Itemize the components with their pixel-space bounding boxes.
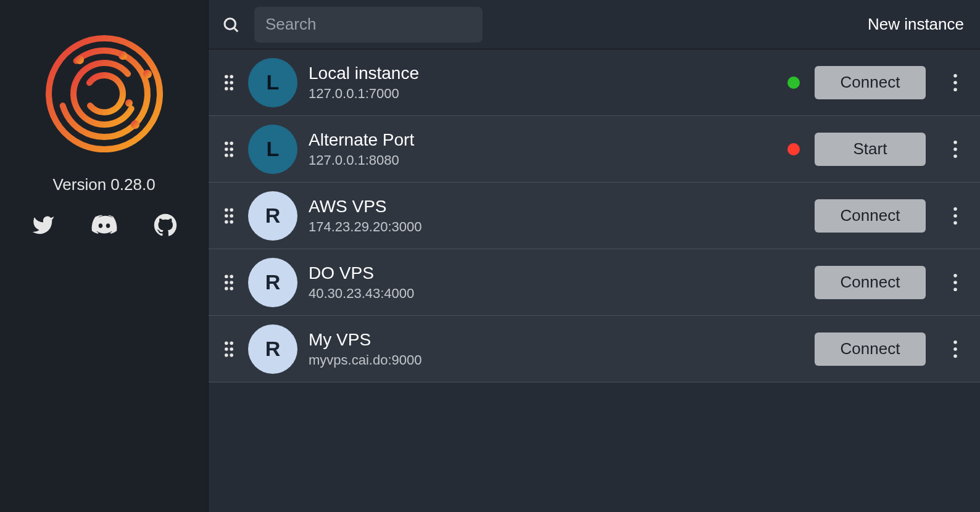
svg-point-21 bbox=[230, 154, 233, 157]
instance-avatar: R bbox=[248, 324, 297, 374]
svg-point-41 bbox=[953, 281, 957, 284]
instance-text: DO VPS40.30.23.43:4000 bbox=[309, 263, 804, 302]
drag-handle-icon[interactable] bbox=[221, 339, 237, 359]
connect-button[interactable]: Connect bbox=[815, 66, 926, 99]
svg-point-29 bbox=[225, 220, 228, 224]
instance-avatar: R bbox=[248, 191, 297, 241]
instance-name: DO VPS bbox=[309, 263, 804, 283]
svg-point-25 bbox=[225, 208, 228, 212]
row-menu-button[interactable] bbox=[943, 70, 968, 95]
search-input[interactable] bbox=[254, 7, 483, 43]
svg-point-34 bbox=[225, 275, 228, 278]
twitter-icon bbox=[31, 213, 55, 237]
topbar: New instance bbox=[209, 0, 980, 49]
svg-point-17 bbox=[230, 141, 233, 145]
instance-name: AWS VPS bbox=[309, 197, 804, 217]
svg-point-5 bbox=[225, 19, 236, 30]
status-dot-icon bbox=[787, 143, 800, 155]
github-link[interactable] bbox=[154, 213, 177, 239]
connect-button[interactable]: Connect bbox=[815, 266, 926, 299]
svg-point-0 bbox=[143, 70, 152, 78]
svg-point-30 bbox=[230, 220, 233, 224]
svg-point-16 bbox=[225, 141, 228, 145]
instance-row[interactable]: RDO VPS40.30.23.43:4000Connect bbox=[209, 249, 980, 316]
svg-point-44 bbox=[230, 341, 233, 345]
svg-point-51 bbox=[953, 354, 957, 358]
instance-row[interactable]: LLocal instance127.0.0.1:7000Connect bbox=[209, 49, 980, 116]
svg-point-35 bbox=[230, 275, 233, 278]
svg-point-42 bbox=[953, 287, 957, 291]
svg-point-12 bbox=[230, 87, 233, 91]
new-instance-button[interactable]: New instance bbox=[868, 15, 964, 34]
svg-point-27 bbox=[225, 214, 228, 218]
svg-point-31 bbox=[953, 207, 957, 211]
version-label: Version 0.28.0 bbox=[52, 175, 155, 194]
svg-point-18 bbox=[225, 147, 228, 151]
drag-handle-icon[interactable] bbox=[221, 139, 237, 159]
instance-text: Local instance127.0.0.1:7000 bbox=[309, 64, 776, 102]
discord-link[interactable] bbox=[91, 212, 118, 241]
svg-point-7 bbox=[225, 75, 228, 78]
main-panel: New instance LLocal instance127.0.0.1:70… bbox=[209, 0, 980, 512]
instance-row[interactable]: RMy VPSmyvps.cai.do:9000Connect bbox=[209, 316, 980, 382]
svg-point-40 bbox=[953, 274, 957, 278]
svg-point-46 bbox=[230, 347, 233, 351]
svg-point-3 bbox=[118, 51, 127, 60]
search-icon bbox=[222, 15, 240, 34]
svg-point-48 bbox=[230, 353, 233, 357]
svg-point-43 bbox=[225, 341, 228, 345]
instance-name: My VPS bbox=[309, 330, 804, 350]
svg-point-38 bbox=[225, 287, 228, 291]
instance-name: Local instance bbox=[309, 64, 776, 83]
svg-point-26 bbox=[230, 208, 233, 212]
svg-point-8 bbox=[230, 75, 233, 78]
row-menu-button[interactable] bbox=[943, 270, 968, 295]
discord-icon bbox=[91, 212, 118, 239]
svg-point-15 bbox=[953, 88, 957, 91]
instance-list: LLocal instance127.0.0.1:7000ConnectLAlt… bbox=[209, 49, 980, 382]
connect-button[interactable]: Connect bbox=[815, 199, 926, 233]
svg-point-49 bbox=[953, 341, 957, 344]
app-logo bbox=[43, 32, 166, 158]
more-vertical-icon bbox=[953, 341, 958, 358]
start-button[interactable]: Start bbox=[815, 133, 926, 166]
social-row bbox=[31, 212, 177, 241]
row-menu-button[interactable] bbox=[943, 137, 968, 162]
svg-point-9 bbox=[225, 81, 228, 85]
search-button[interactable] bbox=[218, 12, 243, 37]
svg-point-11 bbox=[225, 87, 228, 91]
row-menu-button[interactable] bbox=[943, 204, 968, 228]
svg-point-13 bbox=[953, 74, 957, 78]
instance-address: 174.23.29.20:3000 bbox=[309, 219, 804, 235]
drag-handle-icon[interactable] bbox=[221, 206, 237, 226]
more-vertical-icon bbox=[953, 274, 958, 291]
svg-point-24 bbox=[953, 154, 957, 158]
instance-avatar: R bbox=[248, 258, 297, 307]
instance-address: myvps.cai.do:9000 bbox=[309, 352, 804, 368]
svg-point-20 bbox=[225, 154, 228, 157]
svg-point-14 bbox=[953, 81, 957, 85]
instance-row[interactable]: RAWS VPS174.23.29.20:3000Connect bbox=[209, 183, 980, 249]
svg-point-4 bbox=[125, 99, 133, 107]
svg-point-23 bbox=[953, 147, 957, 151]
twitter-link[interactable] bbox=[31, 213, 55, 239]
github-icon bbox=[154, 213, 177, 237]
drag-handle-icon[interactable] bbox=[221, 73, 237, 93]
instance-address: 127.0.0.1:7000 bbox=[309, 86, 776, 102]
instance-text: Alternate Port127.0.0.1:8080 bbox=[309, 130, 776, 168]
svg-point-28 bbox=[230, 214, 233, 218]
row-menu-button[interactable] bbox=[943, 337, 968, 361]
instance-avatar: L bbox=[248, 125, 297, 174]
svg-point-47 bbox=[225, 353, 228, 357]
more-vertical-icon bbox=[953, 207, 958, 225]
instance-row[interactable]: LAlternate Port127.0.0.1:8080Start bbox=[209, 116, 980, 183]
instance-text: My VPSmyvps.cai.do:9000 bbox=[309, 330, 804, 368]
instance-text: AWS VPS174.23.29.20:3000 bbox=[309, 197, 804, 235]
drag-handle-icon[interactable] bbox=[221, 273, 237, 292]
svg-point-39 bbox=[230, 287, 233, 291]
svg-point-1 bbox=[131, 120, 139, 129]
instance-address: 40.30.23.43:4000 bbox=[309, 286, 804, 302]
instance-address: 127.0.0.1:8080 bbox=[309, 152, 776, 168]
connect-button[interactable]: Connect bbox=[815, 332, 926, 366]
svg-point-33 bbox=[953, 221, 957, 225]
